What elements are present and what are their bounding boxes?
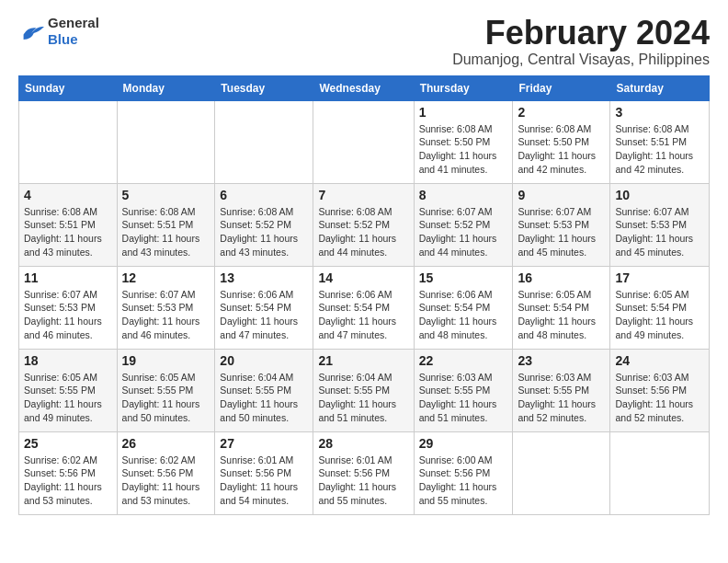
calendar-cell: 17Sunrise: 6:05 AM Sunset: 5:54 PM Dayli… [610, 266, 710, 349]
day-info: Sunrise: 6:04 AM Sunset: 5:55 PM Dayligh… [220, 371, 308, 425]
day-info: Sunrise: 6:05 AM Sunset: 5:55 PM Dayligh… [122, 371, 210, 425]
logo-general: General [48, 15, 99, 30]
day-info: Sunrise: 6:08 AM Sunset: 5:51 PM Dayligh… [615, 122, 704, 177]
day-info: Sunrise: 6:08 AM Sunset: 5:50 PM Dayligh… [419, 122, 508, 177]
calendar-cell: 5Sunrise: 6:08 AM Sunset: 5:51 PM Daylig… [117, 183, 215, 266]
day-info: Sunrise: 6:08 AM Sunset: 5:50 PM Dayligh… [518, 122, 605, 177]
day-info: Sunrise: 6:06 AM Sunset: 5:54 PM Dayligh… [318, 288, 408, 342]
weekday-header-monday: Monday [117, 75, 215, 100]
calendar-cell: 12Sunrise: 6:07 AM Sunset: 5:53 PM Dayli… [117, 266, 215, 349]
day-number: 9 [518, 188, 605, 202]
day-number: 2 [518, 105, 605, 120]
weekday-header-friday: Friday [513, 75, 610, 100]
weekday-header-saturday: Saturday [610, 75, 710, 100]
calendar-cell: 15Sunrise: 6:06 AM Sunset: 5:54 PM Dayli… [414, 266, 513, 349]
calendar-cell [513, 431, 610, 514]
day-number: 7 [318, 188, 408, 202]
calendar-cell: 20Sunrise: 6:04 AM Sunset: 5:55 PM Dayli… [215, 349, 313, 431]
calendar-cell: 16Sunrise: 6:05 AM Sunset: 5:54 PM Dayli… [513, 266, 610, 349]
calendar-cell: 25Sunrise: 6:02 AM Sunset: 5:56 PM Dayli… [19, 431, 118, 514]
weekday-header-row: SundayMondayTuesdayWednesdayThursdayFrid… [19, 75, 710, 100]
weekday-header-sunday: Sunday [19, 75, 118, 100]
calendar-cell: 21Sunrise: 6:04 AM Sunset: 5:55 PM Dayli… [313, 349, 414, 431]
calendar-cell: 11Sunrise: 6:07 AM Sunset: 5:53 PM Dayli… [19, 266, 118, 349]
calendar-week-row: 18Sunrise: 6:05 AM Sunset: 5:55 PM Dayli… [19, 349, 710, 431]
title-area: February 2024 Dumanjog, Central Visayas,… [452, 15, 710, 68]
calendar-cell: 13Sunrise: 6:06 AM Sunset: 5:54 PM Dayli… [215, 266, 313, 349]
logo-blue: Blue [48, 31, 78, 47]
calendar-cell: 29Sunrise: 6:00 AM Sunset: 5:56 PM Dayli… [414, 431, 513, 514]
calendar-week-row: 25Sunrise: 6:02 AM Sunset: 5:56 PM Dayli… [19, 431, 710, 514]
day-number: 8 [419, 188, 508, 202]
weekday-header-thursday: Thursday [414, 75, 513, 100]
calendar-cell: 18Sunrise: 6:05 AM Sunset: 5:55 PM Dayli… [19, 349, 118, 431]
calendar-cell [313, 100, 414, 183]
month-title: February 2024 [452, 15, 710, 52]
calendar-cell: 27Sunrise: 6:01 AM Sunset: 5:56 PM Dayli… [215, 431, 313, 514]
weekday-header-tuesday: Tuesday [215, 75, 313, 100]
weekday-header-wednesday: Wednesday [313, 75, 414, 100]
day-info: Sunrise: 6:05 AM Sunset: 5:54 PM Dayligh… [518, 288, 605, 342]
day-number: 17 [615, 270, 704, 285]
day-info: Sunrise: 6:07 AM Sunset: 5:53 PM Dayligh… [615, 205, 704, 259]
day-number: 15 [419, 270, 508, 285]
calendar-week-row: 4Sunrise: 6:08 AM Sunset: 5:51 PM Daylig… [19, 183, 710, 266]
day-info: Sunrise: 6:08 AM Sunset: 5:51 PM Dayligh… [122, 205, 210, 259]
calendar-cell: 1Sunrise: 6:08 AM Sunset: 5:50 PM Daylig… [414, 100, 513, 183]
day-info: Sunrise: 6:06 AM Sunset: 5:54 PM Dayligh… [220, 288, 308, 342]
day-info: Sunrise: 6:08 AM Sunset: 5:51 PM Dayligh… [24, 205, 112, 259]
calendar-cell: 2Sunrise: 6:08 AM Sunset: 5:50 PM Daylig… [513, 100, 610, 183]
day-number: 18 [24, 353, 112, 368]
day-number: 24 [615, 353, 704, 368]
day-number: 22 [419, 353, 508, 368]
day-info: Sunrise: 6:04 AM Sunset: 5:55 PM Dayligh… [318, 371, 408, 425]
day-number: 28 [318, 436, 408, 451]
day-info: Sunrise: 6:07 AM Sunset: 5:52 PM Dayligh… [419, 205, 508, 259]
calendar-cell: 14Sunrise: 6:06 AM Sunset: 5:54 PM Dayli… [313, 266, 414, 349]
day-info: Sunrise: 6:08 AM Sunset: 5:52 PM Dayligh… [318, 205, 408, 259]
day-number: 27 [220, 436, 308, 451]
day-info: Sunrise: 6:05 AM Sunset: 5:55 PM Dayligh… [24, 371, 112, 425]
day-number: 6 [220, 188, 308, 202]
day-number: 16 [518, 270, 605, 285]
day-number: 14 [318, 270, 408, 285]
calendar-cell [610, 431, 710, 514]
logo-bird-icon [18, 21, 44, 41]
calendar-cell: 28Sunrise: 6:01 AM Sunset: 5:56 PM Dayli… [313, 431, 414, 514]
calendar-cell: 6Sunrise: 6:08 AM Sunset: 5:52 PM Daylig… [215, 183, 313, 266]
calendar-week-row: 1Sunrise: 6:08 AM Sunset: 5:50 PM Daylig… [19, 100, 710, 183]
day-number: 5 [122, 188, 210, 202]
calendar-cell: 24Sunrise: 6:03 AM Sunset: 5:56 PM Dayli… [610, 349, 710, 431]
day-number: 10 [615, 188, 704, 202]
day-info: Sunrise: 6:03 AM Sunset: 5:56 PM Dayligh… [615, 371, 704, 425]
day-number: 26 [122, 436, 210, 451]
calendar-cell: 8Sunrise: 6:07 AM Sunset: 5:52 PM Daylig… [414, 183, 513, 266]
day-info: Sunrise: 6:01 AM Sunset: 5:56 PM Dayligh… [318, 454, 408, 508]
calendar-cell: 26Sunrise: 6:02 AM Sunset: 5:56 PM Dayli… [117, 431, 215, 514]
day-number: 1 [419, 105, 508, 120]
day-info: Sunrise: 6:07 AM Sunset: 5:53 PM Dayligh… [518, 205, 605, 259]
day-info: Sunrise: 6:03 AM Sunset: 5:55 PM Dayligh… [419, 371, 508, 425]
calendar-cell [215, 100, 313, 183]
calendar-cell: 10Sunrise: 6:07 AM Sunset: 5:53 PM Dayli… [610, 183, 710, 266]
calendar-cell: 23Sunrise: 6:03 AM Sunset: 5:55 PM Dayli… [513, 349, 610, 431]
day-number: 12 [122, 270, 210, 285]
day-info: Sunrise: 6:01 AM Sunset: 5:56 PM Dayligh… [220, 454, 308, 508]
day-info: Sunrise: 6:08 AM Sunset: 5:52 PM Dayligh… [220, 205, 308, 259]
day-info: Sunrise: 6:07 AM Sunset: 5:53 PM Dayligh… [24, 288, 112, 342]
calendar-table: SundayMondayTuesdayWednesdayThursdayFrid… [18, 75, 710, 515]
day-number: 11 [24, 270, 112, 285]
day-number: 20 [220, 353, 308, 368]
page-header: General Blue February 2024 Dumanjog, Cen… [18, 15, 710, 68]
day-number: 13 [220, 270, 308, 285]
day-number: 21 [318, 353, 408, 368]
calendar-cell: 7Sunrise: 6:08 AM Sunset: 5:52 PM Daylig… [313, 183, 414, 266]
calendar-cell: 4Sunrise: 6:08 AM Sunset: 5:51 PM Daylig… [19, 183, 118, 266]
day-info: Sunrise: 6:02 AM Sunset: 5:56 PM Dayligh… [122, 454, 210, 508]
location-title: Dumanjog, Central Visayas, Philippines [452, 52, 710, 68]
calendar-cell: 3Sunrise: 6:08 AM Sunset: 5:51 PM Daylig… [610, 100, 710, 183]
logo: General Blue [18, 15, 99, 48]
calendar-cell: 19Sunrise: 6:05 AM Sunset: 5:55 PM Dayli… [117, 349, 215, 431]
day-number: 29 [419, 436, 508, 451]
calendar-week-row: 11Sunrise: 6:07 AM Sunset: 5:53 PM Dayli… [19, 266, 710, 349]
